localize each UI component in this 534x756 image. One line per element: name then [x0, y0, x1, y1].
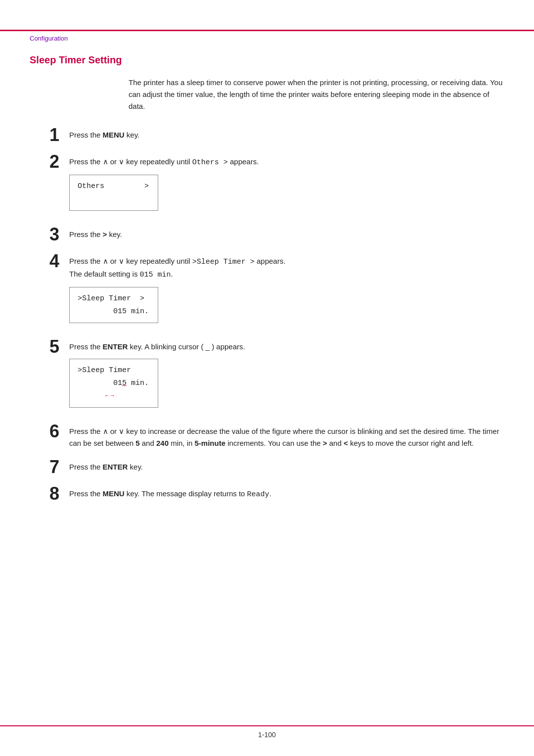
breadcrumb: Configuration: [30, 35, 68, 42]
step-3: 3 Press the > key.: [30, 226, 504, 243]
bottom-border: [0, 725, 534, 726]
step-number-2: 2: [30, 153, 59, 171]
step-content-6: Press the ∧ or ∨ key to increase or decr…: [69, 423, 504, 449]
step-number-8: 8: [30, 485, 59, 503]
step-content-2: Press the ∧ or ∨ key repeatedly until Ot…: [69, 153, 504, 217]
step-content-3: Press the > key.: [69, 226, 504, 240]
step-number-4: 4: [30, 252, 59, 270]
main-content: Sleep Timer Setting The printer has a sl…: [30, 54, 504, 512]
step-7: 7 Press the ENTER key.: [30, 458, 504, 476]
step-number-7: 7: [30, 458, 59, 476]
step-content-4: Press the ∧ or ∨ key repeatedly until >S…: [69, 252, 504, 329]
step-number-3: 3: [30, 226, 59, 243]
step-4: 4 Press the ∧ or ∨ key repeatedly until …: [30, 252, 504, 329]
step-number-6: 6: [30, 423, 59, 440]
display-box-2: Others >: [69, 175, 158, 211]
step-content-8: Press the MENU key. The message display …: [69, 485, 504, 501]
intro-text: The printer has a sleep timer to conserv…: [129, 77, 504, 112]
display-box-5: >Sleep Timer 015 min. ←→: [69, 359, 158, 408]
step-text-7: Press the ENTER key.: [69, 461, 504, 473]
step-text-6: Press the ∧ or ∨ key to increase or decr…: [69, 425, 504, 449]
step-text-3: Press the > key.: [69, 229, 504, 240]
step-text-4: Press the ∧ or ∨ key repeatedly until >S…: [69, 255, 504, 281]
section-title: Sleep Timer Setting: [30, 54, 504, 66]
step-2: 2 Press the ∧ or ∨ key repeatedly until …: [30, 153, 504, 217]
step-1: 1 Press the MENU key.: [30, 126, 504, 144]
steps-list: 1 Press the MENU key. 2 Press the ∧ or ∨…: [30, 126, 504, 503]
display-box-4: >Sleep Timer > 015 min.: [69, 287, 158, 323]
step-number-1: 1: [30, 126, 59, 144]
step-6: 6 Press the ∧ or ∨ key to increase or de…: [30, 423, 504, 449]
step-8: 8 Press the MENU key. The message displa…: [30, 485, 504, 503]
step-text-2: Press the ∧ or ∨ key repeatedly until Ot…: [69, 156, 504, 169]
step-content-5: Press the ENTER key. A blinking cursor (…: [69, 338, 504, 414]
top-border: [0, 30, 534, 31]
step-5: 5 Press the ENTER key. A blinking cursor…: [30, 338, 504, 414]
step-content-1: Press the MENU key.: [69, 126, 504, 141]
step-number-5: 5: [30, 338, 59, 356]
step-content-7: Press the ENTER key.: [69, 458, 504, 473]
step-text-1: Press the MENU key.: [69, 129, 504, 141]
step-text-5: Press the ENTER key. A blinking cursor (…: [69, 341, 504, 353]
page-number: 1-100: [258, 731, 276, 739]
step-text-8: Press the MENU key. The message display …: [69, 488, 504, 501]
